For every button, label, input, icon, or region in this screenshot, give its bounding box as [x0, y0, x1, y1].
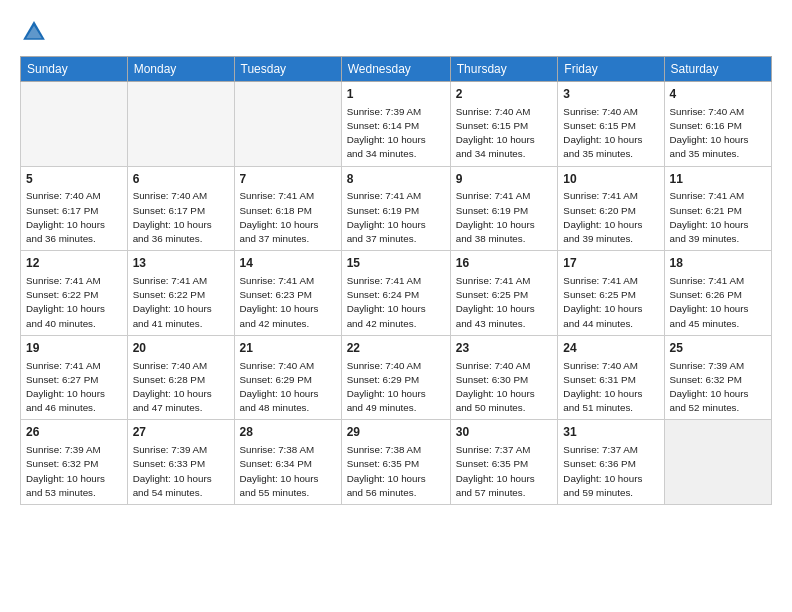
day-number: 27 — [133, 424, 229, 441]
calendar-week-row: 5Sunrise: 7:40 AMSunset: 6:17 PMDaylight… — [21, 166, 772, 251]
day-info: Sunrise: 7:37 AMSunset: 6:35 PMDaylight:… — [456, 443, 553, 500]
day-number: 1 — [347, 86, 445, 103]
calendar-cell: 24Sunrise: 7:40 AMSunset: 6:31 PMDayligh… — [558, 335, 664, 420]
day-info: Sunrise: 7:41 AMSunset: 6:22 PMDaylight:… — [26, 274, 122, 331]
day-number: 13 — [133, 255, 229, 272]
day-info: Sunrise: 7:40 AMSunset: 6:16 PMDaylight:… — [670, 105, 766, 162]
day-info: Sunrise: 7:38 AMSunset: 6:35 PMDaylight:… — [347, 443, 445, 500]
day-number: 29 — [347, 424, 445, 441]
page: SundayMondayTuesdayWednesdayThursdayFrid… — [0, 0, 792, 612]
day-number: 17 — [563, 255, 658, 272]
day-number: 31 — [563, 424, 658, 441]
day-info: Sunrise: 7:40 AMSunset: 6:29 PMDaylight:… — [240, 359, 336, 416]
calendar-cell: 20Sunrise: 7:40 AMSunset: 6:28 PMDayligh… — [127, 335, 234, 420]
day-info: Sunrise: 7:40 AMSunset: 6:30 PMDaylight:… — [456, 359, 553, 416]
day-number: 5 — [26, 171, 122, 188]
calendar-cell — [234, 82, 341, 167]
calendar-cell: 8Sunrise: 7:41 AMSunset: 6:19 PMDaylight… — [341, 166, 450, 251]
day-info: Sunrise: 7:41 AMSunset: 6:22 PMDaylight:… — [133, 274, 229, 331]
day-info: Sunrise: 7:40 AMSunset: 6:15 PMDaylight:… — [456, 105, 553, 162]
day-number: 30 — [456, 424, 553, 441]
day-info: Sunrise: 7:41 AMSunset: 6:21 PMDaylight:… — [670, 189, 766, 246]
day-info: Sunrise: 7:38 AMSunset: 6:34 PMDaylight:… — [240, 443, 336, 500]
calendar-cell: 31Sunrise: 7:37 AMSunset: 6:36 PMDayligh… — [558, 420, 664, 505]
calendar-cell: 11Sunrise: 7:41 AMSunset: 6:21 PMDayligh… — [664, 166, 771, 251]
day-info: Sunrise: 7:41 AMSunset: 6:27 PMDaylight:… — [26, 359, 122, 416]
calendar-cell: 26Sunrise: 7:39 AMSunset: 6:32 PMDayligh… — [21, 420, 128, 505]
day-number: 2 — [456, 86, 553, 103]
day-info: Sunrise: 7:40 AMSunset: 6:15 PMDaylight:… — [563, 105, 658, 162]
calendar-cell: 23Sunrise: 7:40 AMSunset: 6:30 PMDayligh… — [450, 335, 558, 420]
logo — [20, 18, 52, 46]
day-number: 10 — [563, 171, 658, 188]
logo-icon — [20, 18, 48, 46]
calendar-day-header: Thursday — [450, 57, 558, 82]
calendar-cell: 7Sunrise: 7:41 AMSunset: 6:18 PMDaylight… — [234, 166, 341, 251]
calendar-cell: 13Sunrise: 7:41 AMSunset: 6:22 PMDayligh… — [127, 251, 234, 336]
calendar-day-header: Tuesday — [234, 57, 341, 82]
calendar-cell: 29Sunrise: 7:38 AMSunset: 6:35 PMDayligh… — [341, 420, 450, 505]
calendar-cell — [21, 82, 128, 167]
calendar-day-header: Wednesday — [341, 57, 450, 82]
day-number: 18 — [670, 255, 766, 272]
day-info: Sunrise: 7:41 AMSunset: 6:24 PMDaylight:… — [347, 274, 445, 331]
day-number: 19 — [26, 340, 122, 357]
day-info: Sunrise: 7:39 AMSunset: 6:32 PMDaylight:… — [26, 443, 122, 500]
calendar-cell: 5Sunrise: 7:40 AMSunset: 6:17 PMDaylight… — [21, 166, 128, 251]
calendar-cell: 14Sunrise: 7:41 AMSunset: 6:23 PMDayligh… — [234, 251, 341, 336]
calendar-cell: 27Sunrise: 7:39 AMSunset: 6:33 PMDayligh… — [127, 420, 234, 505]
day-number: 22 — [347, 340, 445, 357]
day-info: Sunrise: 7:41 AMSunset: 6:25 PMDaylight:… — [563, 274, 658, 331]
day-info: Sunrise: 7:41 AMSunset: 6:26 PMDaylight:… — [670, 274, 766, 331]
calendar-table: SundayMondayTuesdayWednesdayThursdayFrid… — [20, 56, 772, 505]
day-number: 15 — [347, 255, 445, 272]
calendar-cell: 25Sunrise: 7:39 AMSunset: 6:32 PMDayligh… — [664, 335, 771, 420]
calendar-cell: 6Sunrise: 7:40 AMSunset: 6:17 PMDaylight… — [127, 166, 234, 251]
calendar-cell: 28Sunrise: 7:38 AMSunset: 6:34 PMDayligh… — [234, 420, 341, 505]
day-info: Sunrise: 7:41 AMSunset: 6:19 PMDaylight:… — [456, 189, 553, 246]
day-number: 16 — [456, 255, 553, 272]
calendar-cell — [664, 420, 771, 505]
day-info: Sunrise: 7:37 AMSunset: 6:36 PMDaylight:… — [563, 443, 658, 500]
calendar-cell: 1Sunrise: 7:39 AMSunset: 6:14 PMDaylight… — [341, 82, 450, 167]
calendar-cell: 19Sunrise: 7:41 AMSunset: 6:27 PMDayligh… — [21, 335, 128, 420]
day-number: 6 — [133, 171, 229, 188]
calendar-cell: 4Sunrise: 7:40 AMSunset: 6:16 PMDaylight… — [664, 82, 771, 167]
calendar-cell: 15Sunrise: 7:41 AMSunset: 6:24 PMDayligh… — [341, 251, 450, 336]
calendar-cell: 21Sunrise: 7:40 AMSunset: 6:29 PMDayligh… — [234, 335, 341, 420]
day-number: 3 — [563, 86, 658, 103]
day-number: 20 — [133, 340, 229, 357]
calendar-week-row: 19Sunrise: 7:41 AMSunset: 6:27 PMDayligh… — [21, 335, 772, 420]
calendar-cell: 22Sunrise: 7:40 AMSunset: 6:29 PMDayligh… — [341, 335, 450, 420]
calendar-cell — [127, 82, 234, 167]
day-info: Sunrise: 7:41 AMSunset: 6:25 PMDaylight:… — [456, 274, 553, 331]
calendar-cell: 3Sunrise: 7:40 AMSunset: 6:15 PMDaylight… — [558, 82, 664, 167]
calendar-cell: 17Sunrise: 7:41 AMSunset: 6:25 PMDayligh… — [558, 251, 664, 336]
day-number: 7 — [240, 171, 336, 188]
calendar-week-row: 1Sunrise: 7:39 AMSunset: 6:14 PMDaylight… — [21, 82, 772, 167]
day-number: 24 — [563, 340, 658, 357]
calendar-day-header: Friday — [558, 57, 664, 82]
calendar-day-header: Sunday — [21, 57, 128, 82]
day-info: Sunrise: 7:40 AMSunset: 6:17 PMDaylight:… — [26, 189, 122, 246]
day-number: 8 — [347, 171, 445, 188]
calendar-cell: 10Sunrise: 7:41 AMSunset: 6:20 PMDayligh… — [558, 166, 664, 251]
day-info: Sunrise: 7:41 AMSunset: 6:18 PMDaylight:… — [240, 189, 336, 246]
calendar-cell: 2Sunrise: 7:40 AMSunset: 6:15 PMDaylight… — [450, 82, 558, 167]
calendar-cell: 16Sunrise: 7:41 AMSunset: 6:25 PMDayligh… — [450, 251, 558, 336]
day-info: Sunrise: 7:40 AMSunset: 6:31 PMDaylight:… — [563, 359, 658, 416]
day-info: Sunrise: 7:40 AMSunset: 6:28 PMDaylight:… — [133, 359, 229, 416]
calendar-week-row: 12Sunrise: 7:41 AMSunset: 6:22 PMDayligh… — [21, 251, 772, 336]
calendar-cell: 9Sunrise: 7:41 AMSunset: 6:19 PMDaylight… — [450, 166, 558, 251]
day-number: 14 — [240, 255, 336, 272]
day-info: Sunrise: 7:40 AMSunset: 6:29 PMDaylight:… — [347, 359, 445, 416]
calendar-day-header: Monday — [127, 57, 234, 82]
calendar-week-row: 26Sunrise: 7:39 AMSunset: 6:32 PMDayligh… — [21, 420, 772, 505]
calendar-day-header: Saturday — [664, 57, 771, 82]
day-info: Sunrise: 7:39 AMSunset: 6:32 PMDaylight:… — [670, 359, 766, 416]
calendar-cell: 12Sunrise: 7:41 AMSunset: 6:22 PMDayligh… — [21, 251, 128, 336]
calendar-cell: 30Sunrise: 7:37 AMSunset: 6:35 PMDayligh… — [450, 420, 558, 505]
day-info: Sunrise: 7:41 AMSunset: 6:23 PMDaylight:… — [240, 274, 336, 331]
day-number: 12 — [26, 255, 122, 272]
day-info: Sunrise: 7:41 AMSunset: 6:20 PMDaylight:… — [563, 189, 658, 246]
